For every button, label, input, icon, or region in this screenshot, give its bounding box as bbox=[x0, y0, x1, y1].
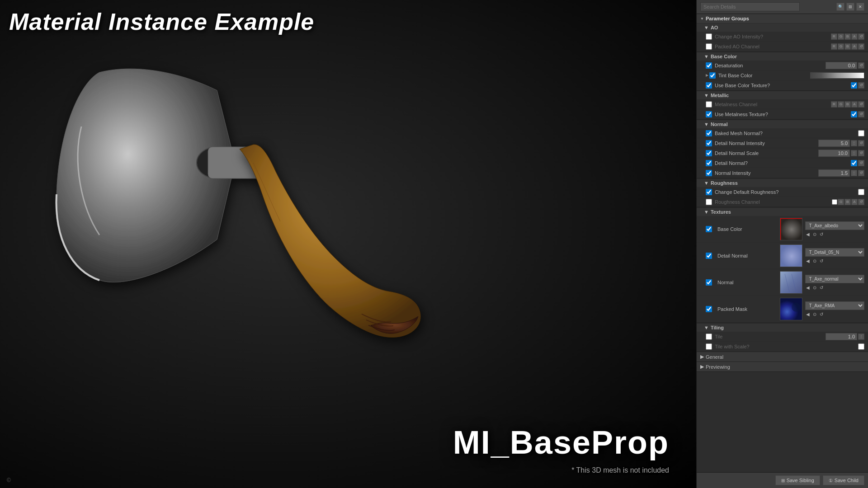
use-metalness-texture-checkbox[interactable] bbox=[706, 111, 712, 117]
previewing-row[interactable]: ▶ Previewing bbox=[697, 362, 868, 372]
use-base-color-texture-inner-check[interactable] bbox=[851, 82, 857, 89]
packed-mask-tex-checkbox[interactable] bbox=[706, 306, 712, 312]
detail-normal-tex-browse-icon[interactable]: ◀ bbox=[805, 258, 811, 264]
desaturation-checkbox[interactable] bbox=[706, 62, 712, 69]
normal-intensity-input[interactable] bbox=[818, 169, 850, 177]
general-row[interactable]: ▶ General bbox=[697, 352, 868, 362]
detail-normal-intensity-input[interactable] bbox=[818, 140, 850, 147]
base-color-tex-browse-icon[interactable]: ◀ bbox=[805, 231, 811, 237]
normal-tex-reset-icon[interactable]: ↺ bbox=[819, 285, 824, 291]
ch-a-btn[interactable]: A bbox=[851, 33, 858, 40]
pao-r-btn[interactable]: R bbox=[831, 43, 837, 50]
base-color-tex-find-icon[interactable]: ⊙ bbox=[812, 231, 817, 237]
ch-r-btn[interactable]: R bbox=[831, 33, 837, 40]
tile-input[interactable] bbox=[826, 333, 857, 340]
search-icon-btn[interactable]: 🔍 bbox=[836, 3, 844, 11]
packed-ao-channel-checkbox[interactable] bbox=[706, 43, 712, 50]
use-base-color-texture-reset-btn[interactable]: ↺ bbox=[858, 82, 864, 89]
mc-g-btn[interactable]: G bbox=[838, 101, 844, 108]
dn-reset-btn[interactable]: ↺ bbox=[858, 160, 864, 166]
normal-group-header[interactable]: ▼ Normal bbox=[697, 120, 868, 128]
desaturation-input[interactable] bbox=[826, 62, 857, 69]
dns-reset-btn[interactable]: ↺ bbox=[858, 150, 864, 156]
packed-mask-tex-find-icon[interactable]: ⊙ bbox=[812, 311, 817, 317]
tint-color-bar[interactable] bbox=[810, 72, 864, 79]
detail-normal-checkbox[interactable] bbox=[706, 160, 712, 166]
tws-inner-check[interactable] bbox=[858, 343, 864, 350]
change-ao-intensity-checkbox[interactable] bbox=[706, 33, 712, 40]
pao-b-btn[interactable]: B bbox=[844, 43, 851, 50]
ni-reset-btn[interactable]: ↺ bbox=[858, 170, 864, 176]
normal-tex-checkbox[interactable] bbox=[706, 279, 712, 286]
detail-normal-scale-checkbox[interactable] bbox=[706, 150, 712, 156]
tint-base-color-checkbox[interactable] bbox=[709, 72, 716, 79]
mc-r-btn[interactable]: R bbox=[831, 101, 837, 108]
metalness-channel-checkbox[interactable] bbox=[706, 101, 712, 108]
ni-spin-btn[interactable]: ⋮ bbox=[851, 170, 857, 176]
rc-g-btn[interactable]: G bbox=[838, 199, 844, 205]
textures-header[interactable]: ▼ Textures bbox=[697, 207, 868, 216]
normal-thumbnail[interactable] bbox=[780, 271, 802, 294]
rc-reset-btn[interactable]: ↺ bbox=[858, 199, 864, 205]
desaturation-reset-btn[interactable]: ↺ bbox=[858, 62, 864, 69]
use-base-color-texture-checkbox[interactable] bbox=[706, 82, 712, 89]
normal-tex-browse-icon[interactable]: ◀ bbox=[805, 285, 811, 291]
packed-mask-tex-dropdown[interactable]: T_Axe_RMA bbox=[805, 301, 865, 310]
pao-a-btn[interactable]: A bbox=[851, 43, 858, 50]
pao-reset-btn[interactable]: ↺ bbox=[858, 43, 864, 50]
base-color-tex-dropdown[interactable]: T_Axe_albedo bbox=[805, 221, 865, 230]
detail-normal-tex-find-icon[interactable]: ⊙ bbox=[812, 258, 817, 264]
tile-checkbox[interactable] bbox=[706, 333, 712, 340]
close-icon-btn[interactable]: ✕ bbox=[856, 3, 864, 11]
dns-spin-btn[interactable]: ⋮ bbox=[851, 150, 857, 156]
packed-mask-thumbnail[interactable] bbox=[780, 298, 802, 320]
mc-reset-btn[interactable]: ↺ bbox=[858, 101, 864, 108]
normal-intensity-checkbox[interactable] bbox=[706, 170, 712, 176]
packed-mask-tex-browse-icon[interactable]: ◀ bbox=[805, 311, 811, 317]
baked-mesh-normal-inner-check[interactable] bbox=[858, 130, 864, 136]
packed-mask-tex-reset-icon[interactable]: ↺ bbox=[819, 311, 824, 317]
normal-tex-find-icon[interactable]: ⊙ bbox=[812, 285, 817, 291]
ch-b-btn[interactable]: B bbox=[844, 33, 851, 40]
detail-normal-tex-checkbox[interactable] bbox=[706, 253, 712, 259]
baked-mesh-normal-checkbox[interactable] bbox=[706, 130, 712, 136]
rc-a-btn[interactable]: A bbox=[851, 199, 858, 205]
roughness-group-header[interactable]: ▼ Roughness bbox=[697, 178, 868, 187]
detail-normal-tex-dropdown[interactable]: T_Detail_05_N bbox=[805, 248, 865, 257]
tint-expand-btn[interactable]: ▶ bbox=[706, 73, 708, 77]
base-color-tex-reset-icon[interactable]: ↺ bbox=[819, 231, 824, 237]
grid-icon-btn[interactable]: ⊞ bbox=[846, 3, 854, 11]
ao-reset-btn[interactable]: ↺ bbox=[858, 33, 864, 40]
metallic-group-header[interactable]: ▼ Metallic bbox=[697, 91, 868, 99]
use-metalness-texture-inner-check[interactable] bbox=[851, 111, 857, 117]
mc-a-btn[interactable]: A bbox=[851, 101, 858, 108]
rc-check[interactable] bbox=[832, 199, 837, 205]
base-color-thumbnail[interactable] bbox=[780, 218, 802, 240]
ch-g-btn[interactable]: G bbox=[838, 33, 844, 40]
change-default-roughness-checkbox[interactable] bbox=[706, 189, 712, 195]
rc-b-btn[interactable]: B bbox=[844, 199, 851, 205]
search-input[interactable] bbox=[700, 2, 800, 11]
dni-reset-btn[interactable]: ↺ bbox=[858, 140, 864, 146]
detail-normal-inner-check[interactable] bbox=[851, 160, 857, 166]
roughness-channel-checkbox[interactable] bbox=[706, 199, 712, 205]
dni-spin-btn[interactable]: ⋮ bbox=[851, 140, 857, 146]
detail-normal-intensity-checkbox[interactable] bbox=[706, 140, 712, 146]
detail-normal-thumbnail[interactable] bbox=[780, 244, 802, 267]
mc-b-btn[interactable]: B bbox=[844, 101, 851, 108]
detail-normal-tex-reset-icon[interactable]: ↺ bbox=[819, 258, 824, 264]
save-child-button[interactable]: ① Save Child bbox=[823, 475, 864, 485]
save-sibling-button[interactable]: ⊞ Save Sibling bbox=[775, 475, 820, 485]
detail-normal-scale-input[interactable] bbox=[818, 150, 850, 157]
tile-with-scale-checkbox[interactable] bbox=[706, 343, 712, 350]
parameter-groups-header[interactable]: ▼ Parameter Groups bbox=[697, 14, 868, 23]
normal-tex-dropdown[interactable]: T_Axe_normal bbox=[805, 275, 865, 283]
base-color-group-header[interactable]: ▼ Base Color bbox=[697, 52, 868, 61]
tiling-header[interactable]: ▼ Tiling bbox=[697, 323, 868, 332]
tile-spin-btn[interactable]: ⋮ bbox=[858, 333, 864, 340]
ao-group-header[interactable]: ▼ AO bbox=[697, 23, 868, 32]
use-metalness-texture-reset-btn[interactable]: ↺ bbox=[858, 111, 864, 117]
cdr-inner-check[interactable] bbox=[858, 189, 864, 195]
base-color-tex-checkbox[interactable] bbox=[706, 226, 712, 232]
pao-g-btn[interactable]: G bbox=[838, 43, 844, 50]
